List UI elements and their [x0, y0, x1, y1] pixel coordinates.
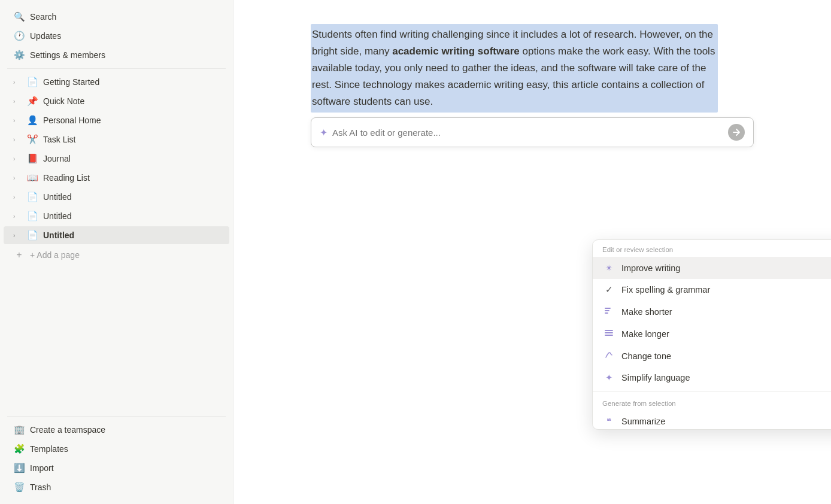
- make-longer-icon: [602, 328, 615, 339]
- ai-sparkle-icon: ✦: [320, 127, 327, 138]
- chevron-icon: ›: [13, 117, 22, 124]
- page-icon: 📄: [26, 211, 38, 221]
- trash-icon: 🗑️: [13, 482, 25, 493]
- sidebar-item-label: Personal Home: [43, 116, 221, 125]
- ai-menu-improve-writing[interactable]: ✴ Improve writing ↵: [593, 257, 831, 279]
- ai-menu-make-longer[interactable]: Make longer: [593, 323, 831, 345]
- sidebar-item-label: Quick Note: [43, 96, 221, 106]
- search-icon: 🔍: [13, 11, 25, 22]
- change-tone-label: Change tone: [621, 351, 831, 361]
- ai-input-bar: ✦: [311, 117, 754, 147]
- sidebar-item-task-list[interactable]: › ✂️ Task List: [4, 130, 229, 148]
- add-page-label: + Add a page: [30, 250, 221, 260]
- sidebar-item-getting-started[interactable]: › 📄 Getting Started: [4, 73, 229, 91]
- change-tone-icon: [602, 350, 615, 362]
- ai-menu-simplify[interactable]: ✦ Simplify language: [593, 367, 831, 388]
- sidebar-item-label: Create a teamspace: [30, 425, 221, 435]
- chevron-icon: ›: [13, 79, 22, 86]
- ai-menu-fix-spelling[interactable]: ✓ Fix spelling & grammar: [593, 279, 831, 300]
- sidebar-item-create-teamspace[interactable]: 🏢 Create a teamspace: [4, 421, 229, 439]
- sidebar-item-templates[interactable]: 🧩 Templates: [4, 440, 229, 458]
- sidebar-item-label: Untitled: [43, 230, 221, 240]
- chevron-icon: ›: [13, 156, 22, 162]
- check-icon: ✓: [602, 284, 615, 295]
- send-arrow-icon: [733, 129, 740, 136]
- sidebar-item-label: Search: [30, 12, 221, 22]
- sidebar-item-journal[interactable]: › 📕 Journal: [4, 150, 229, 168]
- sidebar-item-reading-list[interactable]: › 📖 Reading List: [4, 169, 229, 187]
- improve-writing-label: Improve writing: [621, 263, 831, 273]
- sidebar-item-untitled-3[interactable]: › 📄 Untitled: [4, 226, 229, 244]
- sidebar-item-label: Untitled: [43, 211, 221, 221]
- ai-section-label-edit: Edit or review selection: [593, 240, 831, 257]
- main-content: Students often find writing challenging …: [233, 0, 831, 504]
- page-icon: 📄: [26, 230, 38, 241]
- ai-section-label-generate: Generate from selection: [593, 394, 831, 411]
- teamspace-icon: 🏢: [13, 424, 25, 435]
- clock-icon: 🕐: [13, 31, 25, 41]
- ai-dropdown-menu: Edit or review selection ✴ Improve writi…: [592, 239, 831, 430]
- selected-text-block[interactable]: Students often find writing challenging …: [311, 24, 718, 113]
- scissors-icon: ✂️: [26, 134, 38, 145]
- sidebar-item-label: Templates: [30, 444, 221, 454]
- make-shorter-label: Make shorter: [621, 307, 831, 317]
- ai-menu-make-shorter[interactable]: Make shorter: [593, 300, 831, 323]
- sidebar-item-label: Settings & members: [30, 50, 221, 60]
- chevron-icon: ›: [13, 175, 22, 181]
- ai-menu-summarize[interactable]: ❝ Summarize: [593, 411, 831, 429]
- make-shorter-icon: [602, 306, 615, 317]
- selected-text-content: Students often find writing challenging …: [312, 29, 715, 107]
- add-page-button[interactable]: + + Add a page: [4, 246, 229, 264]
- sidebar-item-label: Import: [30, 463, 221, 473]
- page-icon: 📄: [26, 77, 38, 87]
- sidebar-item-untitled-1[interactable]: › 📄 Untitled: [4, 188, 229, 206]
- editor-area: Students often find writing challenging …: [263, 0, 802, 171]
- ai-dropdown-divider: [593, 391, 831, 391]
- summarize-icon: ❝: [602, 416, 615, 427]
- summarize-label: Summarize: [621, 417, 831, 426]
- gear-icon: ⚙️: [13, 50, 25, 60]
- sidebar-item-label: Journal: [43, 154, 221, 163]
- chevron-icon: ›: [13, 194, 22, 201]
- chevron-icon: ›: [13, 98, 22, 105]
- page-icon: 📄: [26, 192, 38, 202]
- simplify-label: Simplify language: [621, 373, 831, 382]
- chevron-icon: ›: [13, 232, 22, 239]
- sidebar-item-label: Getting Started: [43, 77, 221, 87]
- sidebar-item-updates[interactable]: 🕐 Updates: [4, 27, 229, 45]
- sidebar-item-import[interactable]: ⬇️ Import: [4, 459, 229, 477]
- sidebar-item-label: Task List: [43, 135, 221, 144]
- plus-icon: +: [13, 250, 25, 260]
- sidebar-item-label: Updates: [30, 31, 221, 41]
- sidebar-bottom-divider: [7, 416, 226, 417]
- sidebar-item-label: Reading List: [43, 173, 221, 183]
- ai-input-field[interactable]: [332, 127, 723, 138]
- import-icon: ⬇️: [13, 463, 25, 473]
- sidebar-item-label: Untitled: [43, 192, 221, 202]
- fix-spelling-label: Fix spelling & grammar: [621, 285, 831, 294]
- sidebar-divider: [7, 68, 226, 69]
- chevron-icon: ›: [13, 136, 22, 143]
- person-icon: 👤: [26, 115, 38, 126]
- sidebar-item-quick-note[interactable]: › 📌 Quick Note: [4, 92, 229, 110]
- templates-icon: 🧩: [13, 444, 25, 454]
- sidebar-item-personal-home[interactable]: › 👤 Personal Home: [4, 111, 229, 129]
- simplify-icon: ✦: [602, 372, 615, 383]
- open-book-icon: 📖: [26, 172, 38, 183]
- chevron-icon: ›: [13, 213, 22, 220]
- ai-send-button[interactable]: [728, 124, 745, 141]
- sidebar-item-untitled-2[interactable]: › 📄 Untitled: [4, 207, 229, 225]
- sidebar: 🔍 Search 🕐 Updates ⚙️ Settings & members…: [0, 0, 233, 504]
- sidebar-item-search[interactable]: 🔍 Search: [4, 8, 229, 26]
- pin-icon: 📌: [26, 96, 38, 107]
- sidebar-item-label: Trash: [30, 482, 221, 492]
- improve-writing-icon: ✴: [602, 263, 615, 274]
- make-longer-label: Make longer: [621, 329, 831, 339]
- book-icon: 📕: [26, 153, 38, 164]
- ai-menu-change-tone[interactable]: Change tone ›: [593, 345, 831, 367]
- sidebar-item-trash[interactable]: 🗑️ Trash: [4, 478, 229, 496]
- sidebar-item-settings[interactable]: ⚙️ Settings & members: [4, 46, 229, 64]
